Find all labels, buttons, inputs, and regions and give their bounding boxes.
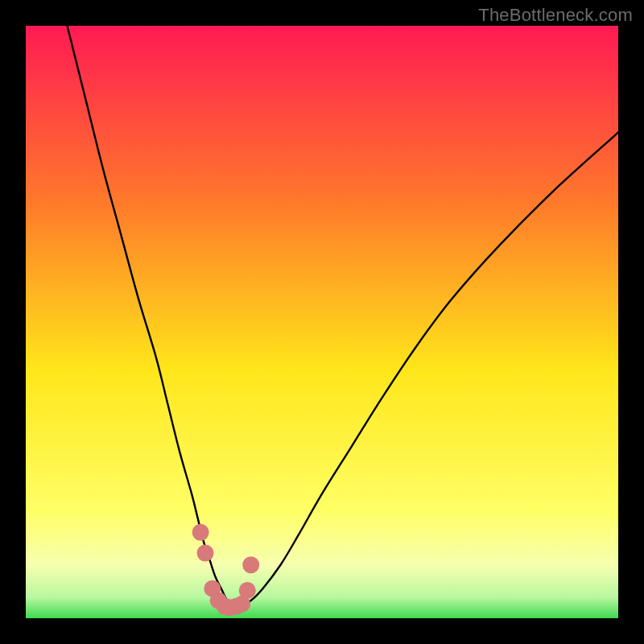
curve-marker (242, 556, 259, 573)
curve-marker (239, 582, 256, 599)
curve-marker (197, 545, 214, 562)
plot-area (26, 26, 618, 618)
watermark-label: TheBottleneck.com (478, 5, 633, 26)
bottleneck-chart (26, 26, 618, 618)
curve-marker (192, 524, 209, 541)
chart-frame: TheBottleneck.com (0, 0, 644, 644)
heat-gradient-bg (26, 26, 618, 618)
